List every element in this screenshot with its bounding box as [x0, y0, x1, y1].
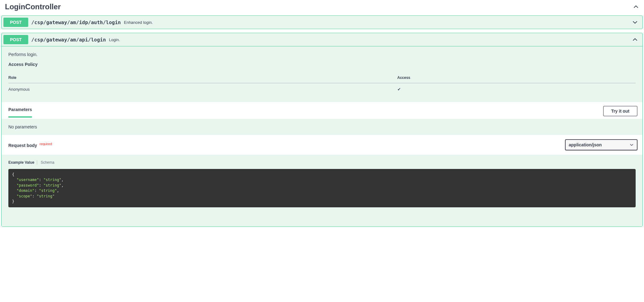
endpoint-header[interactable]: POST /csp/gateway/am/idp/auth/login Enha… [2, 16, 642, 29]
content-type-select[interactable]: application/json [566, 140, 637, 150]
endpoint-header[interactable]: POST /csp/gateway/am/api/login Login. [2, 33, 642, 46]
content-type-select-wrapper: application/json [565, 139, 637, 150]
http-method-badge: POST [3, 18, 28, 27]
request-body-bar: Request body required application/json [2, 135, 642, 155]
chevron-down-icon [632, 19, 638, 25]
http-method-badge: POST [3, 35, 28, 44]
chevron-up-icon [633, 4, 639, 10]
tab-example-value[interactable]: Example Value [8, 160, 37, 165]
section-title: LoginController [5, 2, 61, 11]
endpoint-body: Performs login. Access Policy Role Acces… [2, 46, 642, 226]
request-body-label: Request body [8, 143, 37, 148]
tab-schema[interactable]: Schema [38, 160, 54, 165]
required-badge: required [39, 142, 52, 146]
chevron-up-icon [632, 37, 638, 43]
access-policy-table: Role Access Anonymous ✔ [8, 72, 636, 95]
parameters-tab[interactable]: Parameters [8, 107, 32, 118]
access-cell: ✔ [397, 83, 636, 96]
access-policy-title: Access Policy [8, 62, 636, 67]
col-role-header: Role [8, 72, 397, 83]
endpoint-path: /csp/gateway/am/idp/auth/login [31, 19, 121, 25]
no-parameters-text: No parameters [2, 119, 642, 135]
endpoint-summary: Login. [109, 37, 120, 42]
col-access-header: Access [397, 72, 636, 83]
endpoint-summary: Enhanced login. [124, 20, 153, 25]
endpoint-login: POST /csp/gateway/am/api/login Login. Pe… [1, 33, 643, 227]
section-header[interactable]: LoginController [1, 0, 643, 15]
bottom-spacer [2, 214, 642, 226]
description-block: Performs login. Access Policy Role Acces… [2, 46, 642, 102]
role-cell: Anonymous [8, 83, 397, 96]
table-row: Anonymous ✔ [8, 83, 636, 96]
endpoint-path: /csp/gateway/am/api/login [31, 37, 106, 43]
example-code-block[interactable]: { "username": "string", "password": "str… [8, 169, 636, 207]
parameters-bar: Parameters Try it out [2, 102, 642, 119]
endpoint-enhanced-login: POST /csp/gateway/am/idp/auth/login Enha… [1, 15, 643, 29]
schema-tabs: Example Value Schema [2, 155, 642, 166]
endpoint-description: Performs login. [8, 52, 636, 57]
try-it-out-button[interactable]: Try it out [603, 106, 637, 116]
